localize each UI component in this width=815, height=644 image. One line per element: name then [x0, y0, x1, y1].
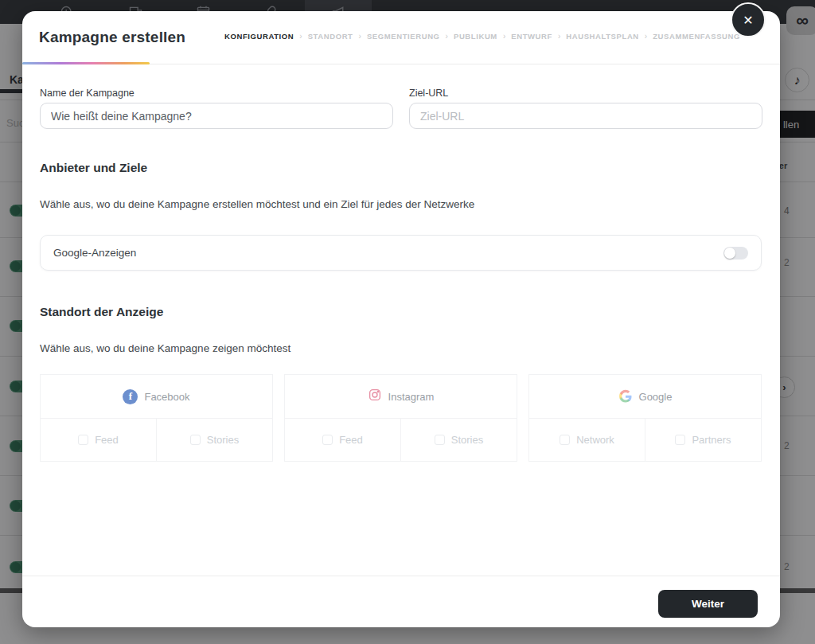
campaign-name-input[interactable] [40, 103, 393, 129]
facebook-feed-option[interactable]: Feed [41, 419, 156, 461]
google-header[interactable]: Google [528, 374, 762, 418]
placement-section-title: Standort der Anzeige [40, 305, 163, 319]
target-url-label: Ziel-URL [409, 88, 448, 99]
feed-icon [78, 435, 88, 445]
step-separator: › [558, 32, 560, 41]
placement-label: Network [576, 434, 614, 446]
next-button[interactable]: Weiter [658, 590, 758, 618]
feed-icon [322, 435, 333, 445]
toggle-knob [724, 248, 735, 259]
stories-icon [435, 435, 445, 445]
modal-footer: Weiter [22, 576, 780, 627]
target-url-input[interactable] [409, 103, 762, 129]
facebook-group: f Facebook Feed Stories [40, 374, 273, 462]
google-label: Google [639, 391, 673, 403]
step-entwurf[interactable]: ENTWURF [511, 32, 552, 41]
stepper: KONFIGURATION › STANDORT › SEGMENTIERUNG… [224, 32, 740, 41]
step-zusammenfassung[interactable]: ZUSAMMENFASSUNG [653, 32, 740, 41]
create-campaign-modal: Kampagne erstellen KONFIGURATION › STAND… [22, 11, 780, 627]
step-separator: › [446, 32, 448, 41]
google-network-option[interactable]: Network [529, 419, 645, 461]
step-separator: › [299, 32, 302, 41]
google-ads-label: Google-Anzeigen [53, 247, 136, 259]
google-icon [618, 389, 633, 404]
facebook-stories-option[interactable]: Stories [156, 419, 272, 461]
facebook-icon: f [123, 389, 138, 404]
placement-label: Feed [95, 434, 119, 446]
facebook-label: Facebook [144, 391, 189, 403]
step-konfiguration[interactable]: KONFIGURATION [224, 32, 294, 41]
placement-label: Stories [451, 434, 483, 446]
step-separator: › [645, 32, 647, 41]
step-standort[interactable]: STANDORT [308, 32, 353, 41]
instagram-icon [368, 388, 382, 405]
title-gradient-underline [22, 62, 150, 64]
modal-header: Kampagne erstellen KONFIGURATION › STAND… [22, 11, 780, 64]
stories-icon [190, 435, 201, 445]
google-ads-provider-row[interactable]: Google-Anzeigen [40, 235, 762, 271]
placement-networks: f Facebook Feed Stories Instagram [40, 374, 762, 462]
placement-label: Partners [692, 434, 731, 446]
placement-section-description: Wähle aus, wo du deine Kampagne zeigen m… [40, 342, 291, 354]
campaign-name-label: Name der Kampagne [40, 88, 135, 99]
providers-section-description: Wähle aus, wo du deine Kampagne erstelle… [40, 198, 474, 210]
instagram-stories-option[interactable]: Stories [400, 419, 517, 461]
network-icon [560, 435, 570, 445]
placement-label: Stories [207, 434, 239, 446]
step-segmentierung[interactable]: SEGMENTIERUNG [367, 32, 440, 41]
instagram-feed-option[interactable]: Feed [285, 419, 400, 461]
step-separator: › [359, 32, 361, 41]
partners-icon [675, 435, 685, 445]
instagram-header[interactable]: Instagram [284, 374, 517, 418]
google-ads-toggle[interactable] [723, 247, 748, 260]
modal-title: Kampagne erstellen [39, 29, 185, 46]
step-haushaltsplan[interactable]: HAUSHALTSPLAN [566, 32, 639, 41]
instagram-group: Instagram Feed Stories [284, 374, 517, 462]
close-icon[interactable]: ✕ [731, 2, 766, 37]
step-publikum[interactable]: PUBLIKUM [454, 32, 497, 41]
placement-label: Feed [339, 434, 363, 446]
facebook-header[interactable]: f Facebook [40, 374, 273, 418]
google-partners-option[interactable]: Partners [645, 419, 761, 461]
step-separator: › [503, 32, 505, 41]
instagram-label: Instagram [388, 391, 435, 403]
providers-section-title: Anbieter und Ziele [40, 161, 147, 175]
google-group: Google Network Partners [528, 374, 762, 462]
